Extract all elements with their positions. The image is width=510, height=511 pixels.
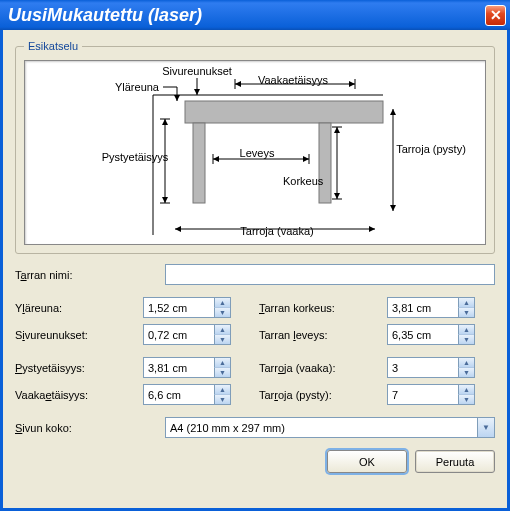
spin-up-icon[interactable]: ▲ (214, 325, 230, 334)
spin-up-icon[interactable]: ▲ (458, 298, 474, 307)
spin-down-icon[interactable]: ▼ (214, 394, 230, 404)
spin-up-icon[interactable]: ▲ (214, 298, 230, 307)
spin-down-icon[interactable]: ▼ (458, 307, 474, 317)
tarran-leveys-input[interactable] (388, 325, 458, 344)
svg-marker-25 (303, 156, 309, 162)
spin-up-icon[interactable]: ▲ (458, 358, 474, 367)
svg-marker-34 (390, 109, 396, 115)
svg-marker-12 (235, 81, 241, 87)
svg-marker-13 (349, 81, 355, 87)
svg-text:Sivureunukset: Sivureunukset (162, 65, 232, 77)
spin-down-icon[interactable]: ▼ (214, 367, 230, 377)
tarran-nimi-input[interactable] (165, 264, 495, 285)
svg-marker-39 (369, 226, 375, 232)
tarroja-pysty-label: Tarroja (pysty): (259, 389, 387, 401)
sivun-koko-combo[interactable]: ▼ (165, 417, 495, 438)
svg-text:Pystyetäisyys: Pystyetäisyys (102, 151, 169, 163)
close-icon[interactable]: ✕ (485, 5, 506, 26)
ok-button[interactable]: OK (327, 450, 407, 473)
chevron-down-icon[interactable]: ▼ (477, 418, 494, 437)
tarran-leveys-spinner[interactable]: ▲▼ (387, 324, 475, 345)
cancel-button[interactable]: Peruuta (415, 450, 495, 473)
svg-marker-35 (390, 205, 396, 211)
svg-rect-6 (185, 101, 383, 123)
spin-down-icon[interactable]: ▼ (458, 334, 474, 344)
pystyetaisyys-spinner[interactable]: ▲▼ (143, 357, 231, 378)
tarran-korkeus-spinner[interactable]: ▲▼ (387, 297, 475, 318)
spin-up-icon[interactable]: ▲ (458, 385, 474, 394)
tarran-leveys-label: Tarran leveys: (259, 329, 387, 341)
svg-text:Korkeus: Korkeus (283, 175, 324, 187)
vaakaetaisyys-label: Vaakaetäisyys: (15, 389, 143, 401)
vaakaetaisyys-spinner[interactable]: ▲▼ (143, 384, 231, 405)
ylareuna-spinner[interactable]: ▲▼ (143, 297, 231, 318)
svg-marker-5 (174, 95, 180, 101)
tarroja-pysty-spinner[interactable]: ▲▼ (387, 384, 475, 405)
svg-rect-7 (193, 123, 205, 203)
preview-legend: Esikatselu (24, 40, 82, 52)
svg-marker-18 (162, 119, 168, 125)
spin-down-icon[interactable]: ▼ (214, 334, 230, 344)
sivureunukset-spinner[interactable]: ▲▼ (143, 324, 231, 345)
preview-fieldset: Esikatselu Sivureunukset Yläreuna Vaakae… (15, 40, 495, 254)
svg-marker-4 (194, 89, 200, 95)
spin-up-icon[interactable]: ▲ (458, 325, 474, 334)
sivureunukset-label: Sivureunukset: (15, 329, 143, 341)
tarroja-vaaka-spinner[interactable]: ▲▼ (387, 357, 475, 378)
tarroja-vaaka-input[interactable] (388, 358, 458, 377)
dialog-body: Esikatselu Sivureunukset Yläreuna Vaakae… (0, 30, 510, 511)
svg-marker-19 (162, 197, 168, 203)
spin-up-icon[interactable]: ▲ (214, 385, 230, 394)
spin-down-icon[interactable]: ▼ (458, 394, 474, 404)
svg-rect-8 (319, 123, 331, 203)
window-title: UusiMukautettu (laser) (8, 5, 202, 26)
vaakaetaisyys-input[interactable] (144, 385, 214, 404)
svg-marker-24 (213, 156, 219, 162)
sivun-koko-input[interactable] (166, 418, 477, 437)
ylareuna-label: Yläreuna: (15, 302, 143, 314)
svg-marker-30 (334, 127, 340, 133)
tarran-korkeus-label: Tarran korkeus: (259, 302, 387, 314)
preview-diagram: Sivureunukset Yläreuna Vaakaetäisyys (24, 60, 486, 245)
titlebar: UusiMukautettu (laser) ✕ (0, 0, 510, 30)
svg-marker-38 (175, 226, 181, 232)
tarran-korkeus-input[interactable] (388, 298, 458, 317)
ylareuna-input[interactable] (144, 298, 214, 317)
spin-down-icon[interactable]: ▼ (214, 307, 230, 317)
sivureunukset-input[interactable] (144, 325, 214, 344)
svg-text:Leveys: Leveys (240, 147, 275, 159)
svg-text:Tarroja (vaaka): Tarroja (vaaka) (240, 225, 313, 237)
tarroja-pysty-input[interactable] (388, 385, 458, 404)
sivun-koko-label: Sivun koko: (15, 422, 165, 434)
tarroja-vaaka-label: Tarroja (vaaka): (259, 362, 387, 374)
pystyetaisyys-input[interactable] (144, 358, 214, 377)
svg-text:Yläreuna: Yläreuna (115, 81, 160, 93)
svg-marker-31 (334, 193, 340, 199)
svg-text:Tarroja (pysty): Tarroja (pysty) (396, 143, 466, 155)
spin-down-icon[interactable]: ▼ (458, 367, 474, 377)
tarran-nimi-label: Tarran nimi: (15, 269, 165, 281)
spin-up-icon[interactable]: ▲ (214, 358, 230, 367)
pystyetaisyys-label: Pystyetäisyys: (15, 362, 143, 374)
